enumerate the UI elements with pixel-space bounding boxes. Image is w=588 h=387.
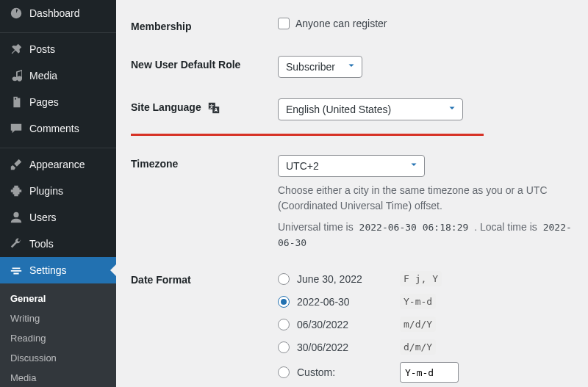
- format-code: Y-m-d: [400, 294, 436, 309]
- brush-icon: [9, 157, 24, 172]
- sidebar-item-label: Appearance: [29, 159, 85, 170]
- timezone-select[interactable]: UTC+2: [278, 155, 425, 177]
- date-format-radio[interactable]: [278, 319, 290, 330]
- sidebar-item-label: Dashboard: [29, 7, 80, 19]
- submenu-item-general[interactable]: General: [0, 289, 116, 308]
- membership-checkbox[interactable]: [278, 18, 290, 29]
- timezone-label: Timezone: [131, 145, 278, 261]
- sidebar-item-settings[interactable]: Settings: [0, 257, 116, 283]
- date-format-option[interactable]: June 30, 2022 F j, Y: [278, 271, 581, 286]
- submenu-item-media[interactable]: Media: [0, 368, 116, 387]
- date-format-option[interactable]: 2022-06-30 Y-m-d: [278, 294, 581, 309]
- sidebar-item-label: Pages: [29, 96, 59, 108]
- membership-checkbox-label: Anyone can register: [295, 18, 387, 29]
- settings-submenu: General Writing Reading Discussion Media…: [0, 283, 116, 387]
- date-format-custom-row[interactable]: Custom:: [278, 362, 581, 383]
- pin-icon: [9, 42, 24, 57]
- new-user-role-label: New User Default Role: [131, 46, 278, 88]
- sidebar-item-label: Users: [29, 211, 57, 223]
- format-code: m/d/Y: [400, 317, 436, 332]
- translate-icon: 文A: [207, 101, 220, 115]
- sidebar-item-label: Posts: [29, 43, 55, 55]
- universal-time-value: 2022-06-30 06:18:29: [356, 220, 472, 234]
- date-format-label: Date Format: [131, 261, 278, 387]
- sidebar-item-label: Media: [29, 70, 57, 82]
- date-format-option[interactable]: 30/06/2022 d/m/Y: [278, 339, 581, 355]
- dashboard-icon: [9, 6, 24, 21]
- date-format-radio[interactable]: [278, 296, 290, 308]
- date-format-radio-custom[interactable]: [278, 366, 290, 378]
- timezone-times: Universal time is 2022-06-30 06:18:29 . …: [278, 220, 581, 250]
- date-format-radio[interactable]: [278, 273, 290, 285]
- site-language-label: Site Language 文A: [131, 88, 278, 131]
- menu-separator: [0, 29, 116, 33]
- sidebar-item-tools[interactable]: Tools: [0, 231, 116, 257]
- membership-checkbox-row[interactable]: Anyone can register: [278, 18, 387, 29]
- plugin-icon: [9, 184, 24, 198]
- new-user-role-select[interactable]: Subscriber: [278, 56, 362, 78]
- sidebar-item-media[interactable]: Media: [0, 62, 116, 89]
- membership-label: Membership: [131, 7, 278, 46]
- submenu-item-discussion[interactable]: Discussion: [0, 348, 116, 368]
- users-icon: [9, 210, 24, 225]
- sidebar-item-label: Settings: [29, 264, 67, 276]
- submenu-item-reading[interactable]: Reading: [0, 328, 116, 348]
- site-language-select[interactable]: English (United States): [278, 98, 463, 120]
- settings-icon: [9, 263, 24, 278]
- highlight-underline: [131, 134, 484, 136]
- pages-icon: [9, 95, 24, 109]
- sidebar-item-users[interactable]: Users: [0, 204, 116, 231]
- sidebar-item-label: Comments: [29, 123, 79, 134]
- submenu-item-writing[interactable]: Writing: [0, 308, 116, 328]
- date-format-option[interactable]: 06/30/2022 m/d/Y: [278, 317, 581, 332]
- date-format-radio[interactable]: [278, 341, 290, 353]
- sidebar-item-label: Plugins: [29, 185, 63, 197]
- sidebar-item-comments[interactable]: Comments: [0, 115, 116, 142]
- comments-icon: [9, 121, 24, 136]
- sidebar-item-plugins[interactable]: Plugins: [0, 178, 116, 204]
- wrench-icon: [9, 236, 24, 251]
- sidebar-item-label: Tools: [29, 238, 54, 250]
- timezone-description: Choose either a city in the same timezon…: [278, 183, 581, 214]
- sidebar-item-posts[interactable]: Posts: [0, 36, 116, 62]
- svg-text:A: A: [214, 108, 218, 113]
- format-code: d/m/Y: [400, 339, 436, 355]
- settings-general-form: Membership Anyone can register New User …: [116, 0, 588, 387]
- admin-sidebar: Dashboard Posts Media Pages Comments App…: [0, 0, 116, 387]
- sidebar-item-pages[interactable]: Pages: [0, 89, 116, 115]
- sidebar-item-dashboard[interactable]: Dashboard: [0, 0, 116, 26]
- media-icon: [9, 68, 24, 83]
- menu-separator: [0, 145, 116, 148]
- date-format-custom-input[interactable]: [400, 362, 459, 383]
- sidebar-item-appearance[interactable]: Appearance: [0, 151, 116, 178]
- format-code: F j, Y: [400, 271, 442, 286]
